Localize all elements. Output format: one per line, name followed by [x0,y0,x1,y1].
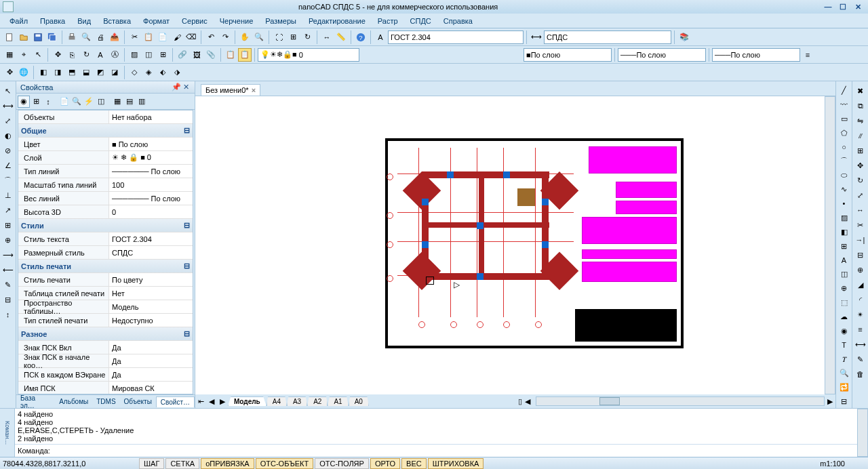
replace-icon[interactable]: 🔁 [837,381,851,394]
dim-arc-icon[interactable]: ⌒ [1,174,15,187]
copy-icon[interactable]: 📋 [142,30,155,44]
plot-icon[interactable]: 🖨 [94,30,107,44]
dimstyle-input[interactable] [547,33,669,41]
linetype-combo[interactable]: ─── По слою [618,48,706,62]
cut-icon[interactable]: ✂ [127,30,141,44]
ucs-icon[interactable]: ✥ [3,66,16,79]
sheet-a2[interactable]: A2 [307,396,328,406]
prop-value[interactable]: ─────── По слою [109,165,193,178]
document-tab[interactable]: Без имени0* × [201,84,260,96]
prop-value[interactable]: 0 [109,205,193,218]
dim-ord-icon[interactable]: ⊥ [1,188,15,202]
layer-combo[interactable]: 💡☀❄🔒■ 0 [258,48,359,62]
textstyle-input[interactable] [391,33,521,41]
prop-tool-1[interactable]: ◉ [18,96,30,108]
tab-close-icon[interactable]: × [252,86,256,94]
extend-icon[interactable]: →| [854,233,867,247]
xref-icon[interactable]: 🔗 [176,48,189,62]
zoom-icon[interactable]: 🔍 [252,30,266,44]
array-icon[interactable]: ⊞ [854,144,867,157]
circle-icon[interactable]: ○ [837,141,851,154]
view4-icon[interactable]: ⬓ [79,66,93,79]
block2-icon[interactable]: ◫ [837,268,851,281]
tab-props[interactable]: Свойст… [156,396,195,407]
align-icon[interactable]: ≡ [854,323,867,336]
saveall-icon[interactable] [45,30,59,44]
prop-tool-5[interactable]: 🔍 [71,96,83,108]
tab-tdms[interactable]: TDMS [92,396,119,407]
measure-icon[interactable]: 📏 [334,30,348,44]
scale-label[interactable]: m1:100 [820,460,845,468]
publish-icon[interactable]: 📤 [108,30,121,44]
hscroll-left[interactable]: ◀ [522,397,533,406]
insert-icon[interactable]: ⊕ [837,282,851,295]
prop-value[interactable]: Да [109,354,193,367]
table-icon[interactable]: ⊞ [156,48,170,62]
dim-base-icon[interactable]: ⟵ [1,263,15,277]
prop-value[interactable]: СПДС [109,246,193,259]
move-icon[interactable]: ✥ [51,48,64,62]
status-toggle-ВЕС[interactable]: ВЕС [401,458,427,469]
mirror-icon[interactable]: ⇋ [854,114,867,127]
prop-value[interactable]: Нет [109,287,193,300]
break-icon[interactable]: ⊟ [854,248,867,262]
view2-icon[interactable]: ◨ [51,66,64,79]
prop-tool-10[interactable]: ▥ [136,96,148,108]
sheet-nav-first[interactable]: ⇤ [195,397,206,406]
prop-group-header[interactable]: Общие⊟ [18,124,193,138]
text-icon[interactable]: A [94,48,107,62]
status-toggle-СЕТКА[interactable]: СЕТКА [165,458,199,469]
print-icon[interactable] [65,30,79,44]
sheet-a0[interactable]: A0 [349,396,369,406]
grid-icon[interactable]: ▦ [3,48,16,62]
polygon-icon[interactable]: ⬠ [837,127,851,140]
prop-value[interactable]: Модель [109,300,193,313]
objects-value[interactable]: Нет набора [109,110,193,123]
maximize-button[interactable]: ☐ [835,1,850,12]
dim-space-icon[interactable]: ↕ [1,308,15,321]
pline-icon[interactable]: 〰 [837,98,851,111]
explode-icon[interactable]: ✴ [854,308,867,321]
prop-tool-6[interactable]: ⚡ [83,96,95,108]
paste-icon[interactable]: 📄 [156,30,170,44]
rotate2-icon[interactable]: ↻ [854,174,867,187]
dim-aligned-icon[interactable]: ⤢ [1,114,15,127]
new-icon[interactable] [3,30,16,44]
iso2-icon[interactable]: ◈ [142,66,155,79]
prop-value[interactable]: Недоступно [109,314,193,327]
open-icon[interactable] [17,30,31,44]
regen-icon[interactable]: ↻ [300,30,314,44]
orbit-icon[interactable]: 🌐 [17,66,31,79]
spline-icon[interactable]: ∿ [837,183,851,196]
purge-icon[interactable]: 🗑 [854,367,867,381]
prop-value[interactable]: ☀ ❄ 🔒 ■ 0 [109,151,193,164]
point-icon[interactable]: • [837,197,851,210]
iso3-icon[interactable]: ⬖ [156,66,170,79]
dist-icon[interactable]: ↔ [320,30,334,44]
zoomext-icon[interactable]: ⊞ [286,30,300,44]
color-combo[interactable]: ■ По слою [524,48,612,62]
menu-spds[interactable]: СПДС [405,15,437,27]
prop-value[interactable]: ─────── По слою [109,192,193,205]
zoomwin-icon[interactable]: ⛶ [272,30,285,44]
lineweight-combo[interactable]: ─── По слою [712,48,800,62]
find-icon[interactable]: 🔍 [837,367,851,380]
donut-icon[interactable]: ◉ [837,325,851,338]
dimstyle-combo[interactable] [544,30,671,44]
tab-objects[interactable]: Объекты [120,396,156,407]
image-icon[interactable]: 🖼 [190,48,203,62]
dim-diameter-icon[interactable]: ⊘ [1,144,15,157]
text4-icon[interactable]: 𝑇 [837,353,851,366]
move2-icon[interactable]: ✥ [854,159,867,172]
lwdisplay-icon[interactable]: ≡ [801,48,814,62]
offset-icon[interactable]: ⫽ [854,129,867,142]
dimstyle-icon[interactable]: ⟷ [530,30,543,44]
textstyle-combo[interactable] [388,30,524,44]
cmd-scrollbar[interactable] [857,409,868,457]
ole-icon[interactable]: 📎 [204,48,218,62]
text3-icon[interactable]: T [837,339,851,352]
iso4-icon[interactable]: ⬗ [170,66,184,79]
sheet-nav-next[interactable]: ▶ [217,397,228,406]
prop-value[interactable]: По цвету [109,273,193,286]
menu-edit[interactable]: Правка [35,15,71,27]
